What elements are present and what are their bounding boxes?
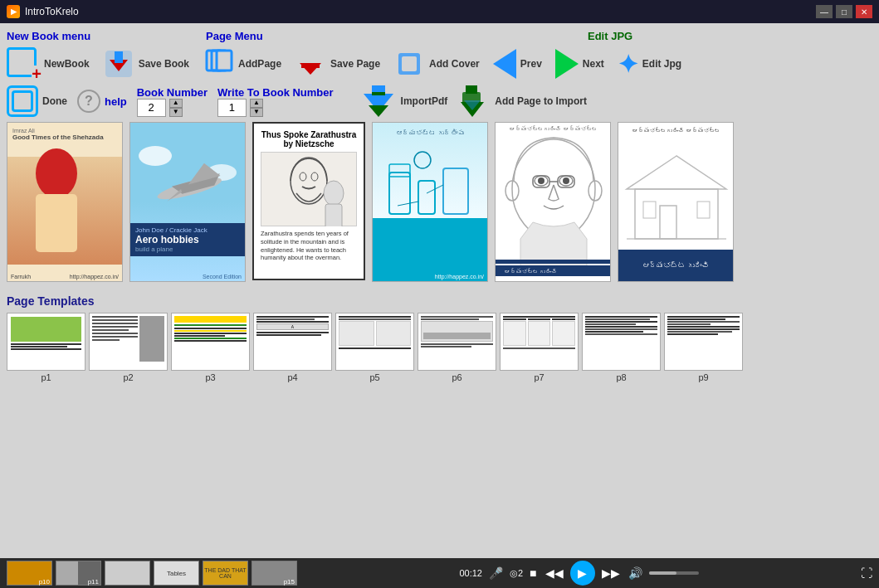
add-cover-button[interactable]: Add Cover	[393, 48, 480, 80]
book-number-section: Book Number ▲ ▼	[137, 86, 208, 117]
template-p3[interactable]: p3	[171, 313, 250, 382]
bottom-thumb-p11[interactable]: p11	[56, 561, 101, 586]
save-page-label: Save Page	[330, 58, 380, 70]
save-page-button[interactable]: Save Page	[295, 48, 380, 80]
book-1-author: Imraz Ali	[12, 128, 117, 134]
svg-text:ఆర్యభట్ట గురించి: ఆర్యభట్ట గురించి	[504, 268, 557, 275]
bottom-thumb-p13[interactable]: Tables	[154, 561, 199, 586]
svg-point-18	[36, 148, 77, 198]
volume-fill	[649, 571, 676, 575]
template-p7-label: p7	[534, 372, 544, 382]
add-page-to-import-button[interactable]: Add Page to Import	[457, 85, 587, 117]
fast-forward-button[interactable]: ▶▶	[600, 565, 622, 581]
template-thumb-p5	[335, 313, 414, 371]
bottom-thumb-p14[interactable]: THE DAD THAT CAN	[203, 561, 248, 586]
toolbar-row-1: + NewBook Save Book AddPage	[7, 47, 872, 80]
save-book-button[interactable]: Save Book	[103, 48, 189, 80]
play-button[interactable]: ▶	[570, 561, 595, 586]
write-to-spinner: ▲ ▼	[217, 99, 263, 117]
svg-point-28	[300, 173, 306, 181]
template-p4-label: p4	[287, 372, 297, 382]
write-to-input[interactable]	[217, 99, 247, 117]
time-display: 00:12	[459, 568, 482, 578]
template-p3-label: p3	[205, 372, 215, 382]
write-to-section: Write To Book Number ▲ ▼	[217, 86, 334, 117]
add-page-to-import-label: Add Page to Import	[495, 95, 587, 107]
svg-point-42	[538, 177, 544, 184]
svg-marker-11	[369, 105, 388, 117]
counter-display: ◎2	[510, 568, 523, 579]
mic-button[interactable]: 🎤	[487, 565, 505, 581]
template-p9[interactable]: p9	[664, 313, 743, 382]
next-button[interactable]: Next	[555, 49, 604, 79]
bottom-thumb-p12[interactable]	[105, 561, 150, 586]
template-p5[interactable]: p5	[335, 313, 414, 382]
done-button[interactable]: Done	[7, 85, 67, 117]
book-cover-4[interactable]: ఆర్యభట్ట గుర్తింపు http://happez.co.in/	[372, 122, 488, 282]
edit-jpg-button[interactable]: ✦ Edit Jpg	[618, 50, 681, 79]
save-page-icon	[295, 48, 326, 80]
add-page-button[interactable]: AddPage	[203, 48, 281, 80]
next-label: Next	[583, 58, 604, 70]
write-to-up[interactable]: ▲	[250, 99, 263, 108]
help-button[interactable]: ? help	[77, 90, 127, 113]
template-p7[interactable]: p7	[500, 313, 579, 382]
svg-rect-56	[643, 202, 656, 218]
svg-rect-57	[697, 202, 710, 218]
fullscreen-button[interactable]: ⛶	[861, 566, 872, 580]
maximize-button[interactable]: □	[836, 5, 852, 18]
volume-button[interactable]: 🔊	[627, 565, 644, 581]
book-1-title: Good Times of the Shehzada	[12, 134, 117, 141]
new-book-button[interactable]: + NewBook	[7, 47, 90, 80]
template-thumb-p6	[418, 313, 496, 371]
minimize-button[interactable]: —	[816, 5, 833, 18]
book-number-input[interactable]	[137, 99, 166, 117]
app-title: IntroToKrelo	[25, 6, 79, 17]
template-p1[interactable]: p1	[7, 313, 85, 382]
help-label: help	[105, 95, 127, 108]
new-book-menu-label: New Book menu	[7, 30, 189, 42]
book-cover-2[interactable]: John Doe / Crackie Jack Aero hobbies bui…	[129, 122, 246, 282]
book-number-up[interactable]: ▲	[169, 99, 183, 108]
book-number-down[interactable]: ▼	[169, 108, 183, 117]
write-to-down[interactable]: ▼	[250, 108, 263, 117]
play-icon: ▶	[578, 566, 587, 580]
template-thumb-p1	[7, 313, 85, 371]
add-page-icon	[203, 48, 234, 80]
bottom-thumb-p10[interactable]: p10	[7, 561, 52, 586]
template-p8[interactable]: p8	[582, 313, 661, 382]
template-p6[interactable]: p6	[418, 313, 496, 382]
rewind-button[interactable]: ◀◀	[544, 565, 565, 581]
title-bar: ▶ IntroToKrelo — □ ✕	[0, 0, 879, 23]
svg-rect-13	[372, 92, 385, 95]
template-p5-label: p5	[369, 372, 379, 382]
book-cover-5[interactable]: ఆర్యభట్ట గురించి ఆర్యభట్ట	[495, 122, 611, 282]
close-button[interactable]: ✕	[856, 5, 872, 18]
book-cover-1[interactable]: Imraz Ali Good Times of the Shehzada Far…	[7, 122, 123, 282]
svg-rect-31	[325, 204, 342, 226]
main-area: New Book menu Page Menu Edit JPG + NewBo…	[0, 23, 879, 558]
svg-marker-54	[627, 156, 726, 189]
svg-point-29	[311, 173, 318, 181]
template-p2[interactable]: p2	[89, 313, 168, 382]
playback-controls: 00:12 🎤 ◎2 ■ ◀◀ ▶ ▶▶ 🔊	[459, 561, 698, 586]
page-templates-section: Page Templates p1	[7, 294, 872, 382]
bottom-thumb-p15[interactable]: p15	[251, 561, 297, 586]
thumb-p11-label: p11	[88, 578, 99, 586]
save-book-icon	[103, 48, 134, 80]
import-pdf-button[interactable]: ImportPdf	[360, 85, 448, 117]
bottom-bar: p10 p11 Tables THE DAD THAT CAN p15 00:1…	[0, 558, 879, 588]
template-p2-label: p2	[123, 372, 133, 382]
thumb-p15-label: p15	[284, 578, 295, 586]
import-pdf-icon	[360, 85, 397, 117]
volume-slider[interactable]	[649, 571, 699, 575]
add-cover-icon	[393, 48, 425, 80]
add-cover-label: Add Cover	[429, 58, 480, 70]
stop-button[interactable]: ■	[528, 565, 538, 581]
book-cover-3[interactable]: Thus Spoke Zarathustra by Nietzsche	[252, 122, 365, 280]
book-cover-6[interactable]: ఆర్యభట్ట గురించి ఆర్యభట్ట ఆర్యభట్ట గురిం…	[618, 122, 734, 282]
prev-button[interactable]: Prev	[493, 49, 542, 79]
add-page-to-import-icon	[457, 85, 491, 117]
book-3-title: Thus Spoke Zarathustra by Nietzsche	[261, 130, 357, 148]
template-p4[interactable]: A p4	[253, 313, 332, 382]
